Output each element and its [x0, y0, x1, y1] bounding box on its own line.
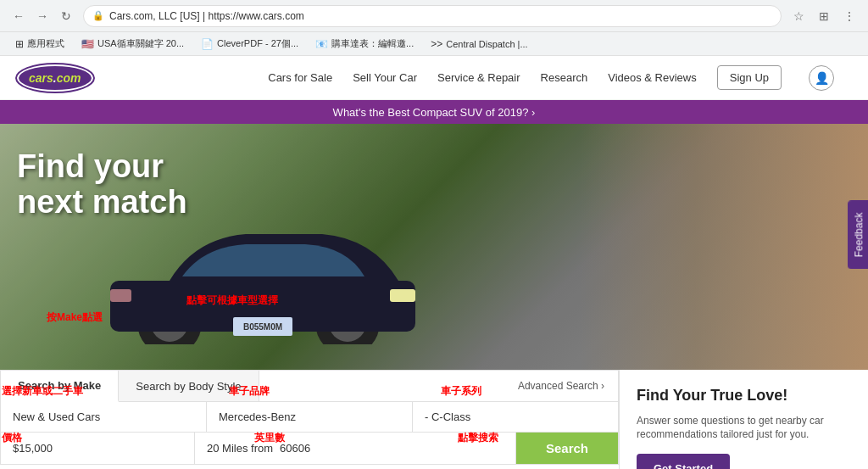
search-fields-row2: 20 Miles from Search: [1, 432, 618, 464]
search-button[interactable]: Search: [516, 433, 618, 464]
promo-text: What's the Best Compact SUV of 2019? ›: [333, 106, 536, 119]
find-love-description: Answer some questions to get nearby car …: [637, 414, 851, 443]
bookmark-usa[interactable]: 🇺🇸 USA循車關鍵字 20...: [75, 36, 191, 52]
mail-icon: 📧: [315, 38, 328, 50]
hero-person-area: [580, 124, 868, 370]
lock-icon: 🔒: [92, 10, 104, 21]
nav-service-repair[interactable]: Service & Repair: [437, 71, 520, 84]
search-tabs: Search by Make Search by Body Style Adva…: [1, 371, 618, 402]
dispatch-icon: >>: [431, 38, 442, 50]
bookmark-apps[interactable]: ⊞ Cars for Sale 應用程式: [8, 36, 71, 52]
promo-banner[interactable]: What's the Best Compact SUV of 2019? ›: [0, 100, 868, 124]
find-love-section: Find Your True Love! Answer some questio…: [619, 370, 868, 469]
user-icon-button[interactable]: 👤: [809, 65, 834, 91]
signup-button[interactable]: Sign Up: [717, 65, 782, 90]
search-panel: Search by Make Search by Body Style Adva…: [0, 370, 619, 465]
pdf-icon: 📄: [201, 38, 214, 50]
menu-button[interactable]: ⋮: [839, 6, 860, 26]
advanced-search-link[interactable]: Advanced Search ›: [504, 371, 618, 401]
reload-button[interactable]: ↻: [56, 6, 76, 26]
condition-field[interactable]: [1, 402, 207, 432]
miles-from-container: 20 Miles from: [195, 433, 516, 464]
nav-sell-your-car[interactable]: Sell Your Car: [353, 71, 417, 84]
nav-cars-for-sale[interactable]: Cars for Sale: [268, 71, 332, 84]
hero-title: Find your next match: [17, 149, 187, 221]
browser-nav-buttons: ← → ↻: [8, 6, 76, 26]
browser-actions: ☆ ⊞ ⋮: [788, 6, 860, 26]
zip-field[interactable]: [280, 442, 331, 455]
logo-container[interactable]: cars.com: [17, 64, 93, 92]
site-content: cars.com Cars for Sale Sell Your Car Ser…: [0, 56, 868, 469]
bottom-row: Search by Make Search by Body Style Adva…: [0, 370, 868, 469]
site-header: cars.com Cars for Sale Sell Your Car Ser…: [0, 56, 868, 100]
get-started-button[interactable]: Get Started: [637, 454, 730, 469]
search-fields-row1: [1, 402, 618, 432]
miles-label: 20 Miles from: [207, 442, 273, 455]
svg-text:B055M0M: B055M0M: [243, 322, 282, 332]
extensions-button[interactable]: ⊞: [814, 6, 834, 26]
bookmark-mail[interactable]: 📧 購車達表：編輯邀...: [309, 36, 420, 52]
bookmark-cleverpdf[interactable]: 📄 CleverPDF - 27個...: [194, 36, 305, 52]
price-field[interactable]: [1, 433, 195, 464]
tab-search-by-body[interactable]: Search by Body Style: [119, 371, 259, 401]
forward-button[interactable]: →: [32, 6, 53, 26]
usa-icon: 🇺🇸: [81, 38, 94, 50]
hero-title-line2: next match: [17, 185, 187, 221]
bookmark-dispatch[interactable]: >> Central Dispatch |...: [424, 36, 534, 52]
address-text: Cars.com, LLC [US] | https://www.cars.co…: [109, 10, 772, 22]
make-field[interactable]: [207, 402, 413, 432]
find-love-title: Find Your True Love!: [637, 387, 851, 405]
address-bar[interactable]: 🔒 Cars.com, LLC [US] | https://www.cars.…: [83, 5, 782, 27]
bookmark-star-button[interactable]: ☆: [788, 6, 809, 26]
tab-search-by-make[interactable]: Search by Make: [1, 371, 119, 402]
svg-rect-5: [390, 289, 415, 302]
hero-title-line1: Find your: [17, 149, 187, 185]
bookmarks-bar: ⊞ Cars for Sale 應用程式 🇺🇸 USA循車關鍵字 20... 📄…: [0, 32, 868, 56]
back-button[interactable]: ←: [8, 6, 29, 26]
nav-videos-reviews[interactable]: Videos & Reviews: [608, 71, 697, 84]
nav-research[interactable]: Research: [541, 71, 588, 84]
browser-chrome: ← → ↻ 🔒 Cars.com, LLC [US] | https://www…: [0, 0, 868, 32]
search-section: Search by Make Search by Body Style Adva…: [0, 370, 619, 469]
main-nav: Cars for Sale Sell Your Car Service & Re…: [268, 65, 834, 91]
cars-com-logo[interactable]: cars.com: [17, 64, 93, 92]
apps-icon: ⊞: [15, 38, 24, 50]
model-field[interactable]: [413, 402, 618, 432]
svg-rect-6: [110, 289, 131, 302]
hero-section: B055M0M Find your next match 按Make點選 點擊可…: [0, 124, 868, 370]
feedback-tab[interactable]: Feedback: [849, 200, 868, 269]
